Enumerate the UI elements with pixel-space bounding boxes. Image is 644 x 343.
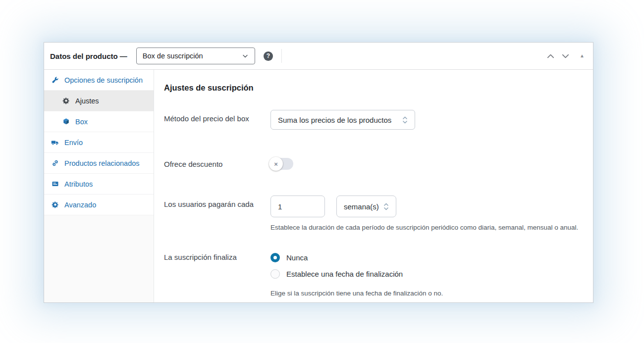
- sidebar-item-label: Opciones de suscripción: [64, 76, 143, 84]
- help-glyph: ?: [267, 52, 270, 59]
- gear-icon: [51, 201, 59, 209]
- header-divider: [281, 49, 282, 63]
- toggle-x-glyph: ×: [274, 160, 278, 168]
- toggle-knob-off-icon: ×: [269, 157, 283, 171]
- interval-unit-value: semana(s): [344, 202, 379, 211]
- sidebar-item-label: Atributos: [64, 180, 93, 188]
- expiry-option-end-date[interactable]: Establece una fecha de finalización: [270, 269, 443, 279]
- sidebar-item-opciones-de-suscripcion[interactable]: Opciones de suscripción: [44, 70, 154, 91]
- price-method-select[interactable]: Suma los precios de los productos: [270, 110, 415, 130]
- chevron-down-icon: [241, 52, 249, 60]
- sidebar-item-ajustes[interactable]: Ajustes: [44, 91, 154, 111]
- product-type-value: Box de suscripción: [143, 52, 203, 60]
- move-up-icon[interactable]: [545, 51, 555, 61]
- move-down-icon[interactable]: [560, 51, 570, 61]
- link-icon: [51, 159, 59, 167]
- sidebar-item-box[interactable]: Box: [44, 111, 154, 132]
- card-icon: [51, 180, 59, 188]
- product-type-select[interactable]: Box de suscripción: [136, 48, 255, 64]
- sidebar-item-label: Productos relacionados: [64, 159, 140, 167]
- section-heading: Ajustes de suscripción: [164, 83, 581, 93]
- product-data-metabox: Datos del producto — Box de suscripción …: [44, 42, 593, 303]
- sidebar-item-label: Ajustes: [75, 97, 99, 105]
- price-method-label: Método del precio del box: [164, 110, 270, 130]
- radio-checked-icon[interactable]: [270, 253, 280, 262]
- gear-icon: [62, 97, 70, 105]
- sidebar-item-atributos[interactable]: Atributos: [44, 174, 154, 195]
- wrench-icon: [51, 76, 59, 84]
- stepper-chevrons-icon: [382, 202, 390, 210]
- sidebar-item-avanzado[interactable]: Avanzado: [44, 195, 154, 215]
- cube-icon: [62, 118, 70, 126]
- sidebar-item-label: Avanzado: [64, 201, 96, 209]
- product-data-tabs: Opciones de suscripción Ajustes Box: [44, 70, 154, 302]
- price-method-value: Suma los precios de los productos: [278, 116, 391, 124]
- stepper-chevrons-icon: [401, 116, 409, 124]
- sidebar-item-label: Box: [75, 118, 88, 126]
- expiry-option-never[interactable]: Nunca: [270, 253, 443, 262]
- radio-label: Establece una fecha de finalización: [286, 270, 403, 278]
- interval-help-text: Establece la duración de cada período de…: [270, 224, 578, 231]
- truck-icon: [51, 139, 59, 147]
- radio-unchecked-icon[interactable]: [270, 269, 280, 279]
- discount-toggle[interactable]: ×: [270, 158, 293, 170]
- sidebar-item-label: Envío: [64, 139, 83, 147]
- expiry-row: La suscripción finaliza Nunca Establece …: [164, 253, 581, 297]
- interval-number-input[interactable]: [270, 196, 325, 217]
- radio-label: Nunca: [286, 253, 308, 262]
- metabox-body: Opciones de suscripción Ajustes Box: [44, 70, 593, 302]
- expiry-help-text: Elige si la suscripción tiene una fecha …: [270, 290, 443, 297]
- collapse-panel-icon[interactable]: ▲: [580, 53, 585, 58]
- page-title: Datos del producto —: [50, 52, 127, 60]
- interval-unit-select[interactable]: semana(s): [336, 196, 396, 217]
- discount-row: Ofrece descuento ×: [164, 155, 581, 170]
- billing-interval-label: Los usuarios pagarán cada: [164, 196, 270, 231]
- sidebar-item-envio[interactable]: Envío: [44, 132, 154, 153]
- subscription-settings-panel: Ajustes de suscripción Método del precio…: [154, 70, 593, 302]
- sidebar-item-productos-relacionados[interactable]: Productos relacionados: [44, 153, 154, 174]
- help-icon[interactable]: ?: [264, 51, 273, 61]
- price-method-row: Método del precio del box Suma los preci…: [164, 110, 581, 130]
- billing-interval-row: Los usuarios pagarán cada semana(s): [164, 196, 581, 231]
- discount-label: Ofrece descuento: [164, 155, 270, 170]
- metabox-header: Datos del producto — Box de suscripción …: [44, 43, 593, 70]
- expiry-label: La suscripción finaliza: [164, 253, 270, 297]
